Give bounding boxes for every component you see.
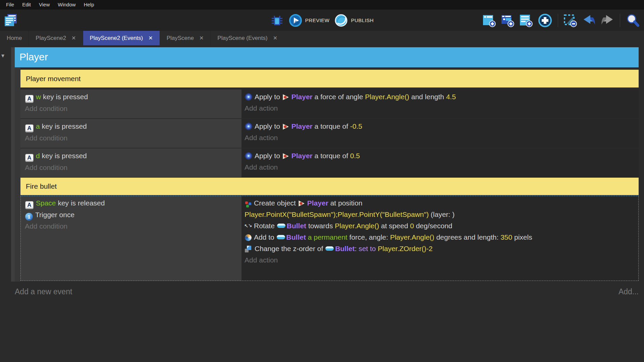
debug-button[interactable] — [270, 14, 284, 27]
menu-bar: File Edit View Window Help — [0, 0, 644, 9]
events-sheet: ▾ Player Player movement w key is presse… — [0, 45, 644, 362]
add-special-event-icon — [537, 13, 553, 28]
force-icon — [245, 123, 252, 130]
menu-window[interactable]: Window — [54, 2, 79, 7]
tab-label: PlayScene2 — [36, 35, 66, 42]
add-event-icon — [482, 13, 497, 28]
add-action-link[interactable]: Add action — [245, 254, 635, 266]
event-row[interactable]: d key is pressed Add condition Apply to … — [20, 148, 639, 177]
force-icon — [245, 93, 252, 101]
toolbar-separator — [558, 14, 558, 27]
bullet-object-icon — [277, 224, 285, 228]
conditions-cell[interactable]: Space key is releasedTrigger once Add co… — [20, 196, 241, 281]
keyboard-icon — [25, 95, 34, 103]
add-action-link[interactable]: Add action — [245, 132, 635, 143]
force-icon — [245, 152, 252, 160]
preview-button[interactable]: PREVIEW — [288, 13, 330, 27]
rotate-icon — [245, 223, 252, 230]
publish-label: PUBLISH — [351, 17, 374, 23]
close-icon[interactable]: ✕ — [71, 35, 76, 41]
undo-icon — [582, 13, 596, 28]
keyboard-icon — [25, 154, 34, 162]
bullet-object-icon — [325, 246, 334, 251]
redo-icon — [600, 13, 615, 28]
group-indent-band — [11, 47, 15, 282]
keyboard-icon — [25, 124, 34, 132]
tab-label: PlayScene (Events) — [217, 35, 267, 42]
tab-playscene[interactable]: PlayScene✕ — [160, 31, 211, 45]
add-more-link[interactable]: Add... — [619, 287, 639, 296]
preview-label: PREVIEW — [305, 17, 330, 23]
menu-view[interactable]: View — [35, 2, 54, 7]
add-subevent-icon — [500, 13, 515, 28]
add-condition-link[interactable]: Add condition — [25, 132, 238, 144]
subevent-indent-band — [15, 68, 20, 282]
add-subevent-button[interactable] — [500, 13, 515, 28]
trigger-once-icon — [25, 213, 33, 221]
add-action-link[interactable]: Add action — [245, 103, 635, 114]
event-group-header[interactable]: Player — [15, 47, 639, 67]
add-special-event-button[interactable] — [537, 13, 553, 28]
preview-icon — [288, 13, 303, 27]
close-icon[interactable]: ✕ — [148, 35, 153, 41]
add-condition-link[interactable]: Add condition — [25, 162, 238, 173]
conditions-cell[interactable]: a key is pressed Add condition — [20, 119, 241, 148]
add-force-icon — [245, 234, 252, 241]
conditions-cell[interactable]: w key is pressed Add condition — [20, 89, 241, 118]
add-event-button[interactable] — [482, 13, 497, 28]
add-comment-button[interactable] — [519, 13, 534, 28]
menu-file[interactable]: File — [2, 2, 18, 7]
bullet-object-icon — [277, 235, 285, 239]
tab-playscene-events[interactable]: PlayScene (Events)✕ — [210, 31, 284, 45]
add-condition-link[interactable]: Add condition — [25, 221, 238, 232]
add-action-link[interactable]: Add action — [245, 162, 635, 173]
player-object-icon — [282, 123, 289, 130]
comment-text: Player movement — [26, 75, 80, 83]
comment-event-fire[interactable]: Fire bullet — [20, 178, 639, 195]
collapse-group-button[interactable]: ▾ — [1, 52, 4, 59]
add-comment-icon — [519, 13, 534, 28]
menu-help[interactable]: Help — [80, 2, 98, 7]
debug-icon — [270, 14, 284, 27]
undo-button[interactable] — [582, 13, 596, 28]
tab-playscene2-events[interactable]: PlayScene2 (Events)✕ — [83, 31, 160, 45]
tab-home[interactable]: Home — [0, 31, 29, 45]
group-title: Player — [19, 51, 48, 62]
comment-event-movement[interactable]: Player movement — [20, 70, 639, 87]
toolbar-separator — [620, 14, 620, 27]
event-row[interactable]: a key is pressed Add condition Apply to … — [20, 119, 639, 148]
event-row[interactable]: w key is pressed Add condition Apply to … — [20, 89, 639, 118]
player-object-icon — [282, 153, 289, 160]
close-icon[interactable]: ✕ — [273, 35, 277, 41]
actions-cell[interactable]: Apply to Player a force of angle Player.… — [241, 89, 639, 118]
tab-label: Home — [7, 35, 22, 42]
footer-add-row: Add a new event Add... — [15, 285, 639, 298]
remove-event-button[interactable] — [563, 13, 578, 28]
toolbar: PREVIEW PUBLISH — [0, 9, 644, 31]
keyboard-icon — [25, 201, 34, 209]
chevron-down-icon: ▾ — [1, 52, 4, 59]
add-new-event-link[interactable]: Add a new event — [15, 287, 72, 296]
search-icon — [625, 13, 640, 28]
zorder-icon — [245, 246, 252, 252]
search-button[interactable] — [625, 13, 640, 28]
comment-text: Fire bullet — [26, 182, 57, 190]
actions-cell[interactable]: Apply to Player a torque of -0.5 Add act… — [241, 119, 639, 148]
add-condition-link[interactable]: Add condition — [25, 103, 238, 114]
actions-cell[interactable]: Apply to Player a torque of 0.5 Add acti… — [241, 148, 639, 177]
conditions-cell[interactable]: d key is pressed Add condition — [20, 148, 241, 177]
toolbar-right — [482, 9, 640, 31]
remove-event-icon — [563, 13, 578, 28]
redo-button[interactable] — [600, 13, 615, 28]
actions-cell[interactable]: Create object Player at positionPlayer.P… — [241, 196, 639, 281]
tab-label: PlayScene2 (Events) — [90, 35, 143, 42]
create-object-icon — [245, 201, 248, 204]
player-object-icon — [282, 94, 289, 101]
tab-playscene2[interactable]: PlayScene2✕ — [29, 31, 83, 45]
event-row-selected[interactable]: Space key is releasedTrigger once Add co… — [20, 196, 639, 281]
close-icon[interactable]: ✕ — [199, 35, 204, 41]
publish-button[interactable]: PUBLISH — [334, 13, 374, 27]
tab-label: PlayScene — [167, 35, 194, 42]
publish-icon — [334, 13, 348, 27]
menu-edit[interactable]: Edit — [18, 2, 35, 7]
